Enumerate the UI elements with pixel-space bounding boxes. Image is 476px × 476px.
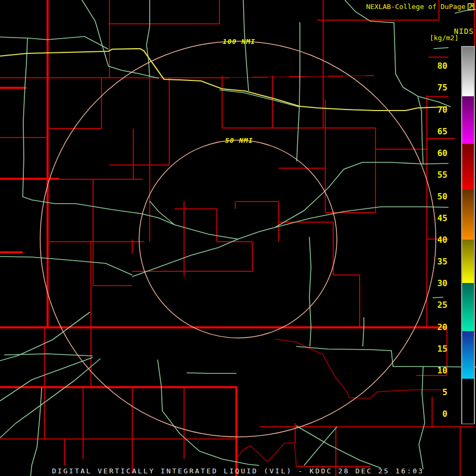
attribution-bar: NEXLAB-College of DuPage bbox=[366, 3, 474, 11]
road-line bbox=[297, 22, 300, 161]
colorbar-segment bbox=[462, 47, 474, 97]
road-line bbox=[0, 358, 93, 401]
colorbar-tick-label: 30 bbox=[429, 278, 447, 288]
road-line bbox=[296, 426, 381, 468]
colorbar-tick-label: 0 bbox=[429, 408, 447, 418]
base-map bbox=[0, 0, 476, 476]
road-line bbox=[147, 0, 150, 77]
colorbar-tick-label: 55 bbox=[429, 169, 447, 179]
colorbar-tick-label: 40 bbox=[429, 235, 447, 245]
colorbar-segment bbox=[462, 240, 474, 283]
road-line bbox=[0, 359, 100, 438]
road-line bbox=[434, 48, 448, 49]
colorbar-tick-label: 15 bbox=[429, 343, 447, 353]
colorbar-tick-label: 5 bbox=[429, 387, 447, 397]
colorbar-tick-label: 20 bbox=[429, 322, 447, 332]
colorbar-segment bbox=[462, 283, 474, 331]
radar-display: NEXLAB-College of DuPage NIDS [kg/m2] 10… bbox=[0, 0, 476, 476]
colorbar-segment bbox=[462, 331, 474, 379]
product-caption: DIGITAL VERTICALLY INTEGRATED LIQUID (VI… bbox=[0, 467, 476, 475]
road-line bbox=[419, 367, 425, 469]
colorbar-segment bbox=[462, 144, 474, 190]
road-line bbox=[418, 97, 423, 164]
road-line bbox=[363, 317, 364, 346]
colorbar-segment bbox=[462, 190, 474, 241]
range-ring-label-50: 50 NMI bbox=[225, 136, 253, 144]
river-line bbox=[275, 339, 447, 398]
colorbar-tick-label: 80 bbox=[429, 61, 447, 71]
dupage-logo-icon bbox=[468, 3, 474, 10]
road-line bbox=[132, 207, 448, 277]
river-line bbox=[236, 443, 296, 466]
colorbar-tick-label: 75 bbox=[429, 83, 447, 93]
colorbar-tick-label: 10 bbox=[429, 365, 447, 375]
road-line bbox=[150, 201, 175, 225]
range-ring-label-100: 100 NMI bbox=[223, 38, 255, 45]
state-borders-layer bbox=[0, 0, 447, 476]
colorbar bbox=[461, 46, 475, 424]
road-line bbox=[31, 388, 42, 476]
colorbar-tick-label: 60 bbox=[429, 148, 447, 158]
county-line bbox=[0, 76, 374, 78]
rivers-layer bbox=[236, 339, 447, 466]
road-line bbox=[309, 237, 311, 346]
colorbar-segment bbox=[462, 96, 474, 144]
attribution-text: NEXLAB-College of DuPage bbox=[366, 3, 465, 11]
colorbar-tick-label: 25 bbox=[429, 300, 447, 310]
colorbar-tick-label: 45 bbox=[429, 213, 447, 223]
colorbar-tick-label: 50 bbox=[429, 191, 447, 201]
road-line bbox=[0, 257, 132, 275]
colorbar-segment bbox=[462, 379, 474, 424]
colorbar-units: [kg/m2] bbox=[429, 34, 459, 42]
road-line bbox=[187, 373, 236, 373]
colorbar-tick-label: 70 bbox=[429, 104, 447, 114]
roads-layer bbox=[0, 0, 476, 476]
road-line bbox=[275, 162, 448, 227]
road-line bbox=[296, 346, 476, 367]
road-line bbox=[0, 36, 108, 49]
colorbar-tick-label: 65 bbox=[429, 126, 447, 136]
state-border-line bbox=[0, 387, 236, 476]
colorbar-tick-label: 35 bbox=[429, 257, 447, 267]
road-line bbox=[433, 297, 443, 298]
road-line bbox=[219, 90, 299, 107]
